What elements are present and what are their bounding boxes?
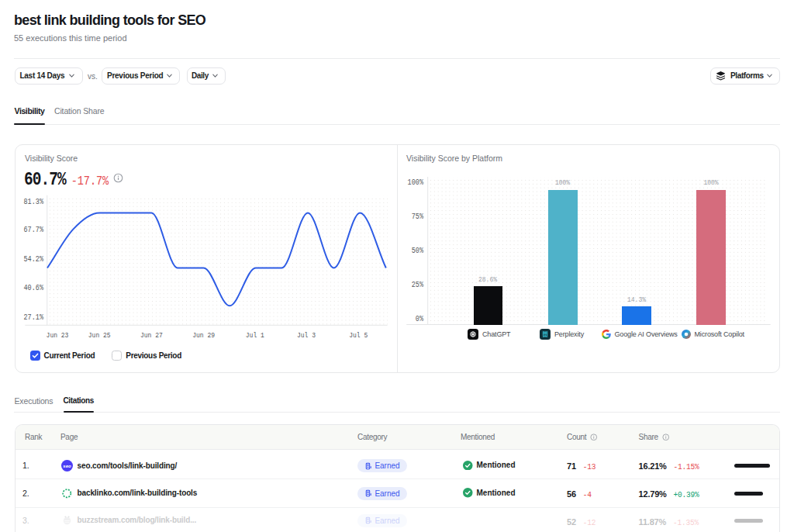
svg-text:seo: seo [63, 464, 71, 468]
